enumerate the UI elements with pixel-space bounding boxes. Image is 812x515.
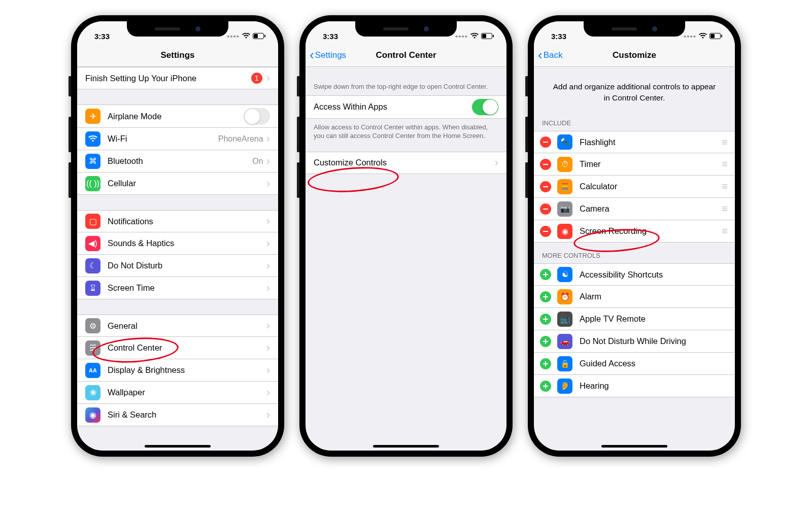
row-notifications[interactable]: ▢ Notifications › (77, 210, 278, 232)
remove-icon[interactable] (540, 159, 551, 170)
siri-icon: ◉ (85, 407, 100, 423)
row-wallpaper[interactable]: ❀ Wallpaper › (77, 382, 278, 404)
toggle-access-apps[interactable] (472, 99, 498, 115)
moon-icon: ☾ (85, 258, 100, 273)
wifi-icon (699, 33, 707, 39)
wifi-icon (470, 33, 479, 39)
drag-handle-icon[interactable]: ≡ (722, 181, 727, 192)
status-time: 3:33 (323, 32, 338, 41)
content-1[interactable]: Finish Setting Up Your iPhone 1 › ✈ Airp… (77, 67, 278, 451)
navbar-customize: ‹ Back Customize (534, 44, 735, 67)
chevron-right-icon: › (266, 155, 270, 168)
timer-icon: ⏱ (557, 157, 572, 172)
status-time: 3:33 (551, 32, 566, 41)
row-label: Guided Access (580, 359, 727, 368)
notch (127, 21, 228, 37)
home-indicator[interactable] (373, 445, 439, 448)
add-icon[interactable] (540, 291, 551, 302)
include-row-flashlight[interactable]: 🔦Flashlight≡ (534, 131, 735, 153)
display-icon: AA (85, 363, 100, 378)
back-label: Settings (315, 50, 346, 60)
battery-icon (253, 33, 266, 39)
chevron-right-icon: › (266, 319, 270, 332)
hint-access: Allow access to Control Center within ap… (306, 119, 506, 145)
cellular-icon: (( )) (85, 176, 100, 191)
more-row-alarm[interactable]: ⏰Alarm (534, 286, 735, 308)
sounds-icon: ◀︎) (85, 236, 100, 251)
row-label: Do Not Disturb While Driving (580, 336, 727, 346)
back-button[interactable]: ‹ Settings (310, 50, 346, 60)
drag-handle-icon[interactable]: ≡ (722, 203, 727, 215)
row-finish-setup[interactable]: Finish Setting Up Your iPhone 1 › (77, 67, 278, 89)
more-row-hearing[interactable]: 👂Hearing (534, 375, 735, 397)
add-icon[interactable] (540, 314, 551, 325)
add-icon[interactable] (540, 336, 551, 347)
screen-3: 3:33 •••• ‹ Back Customize Add and organ… (534, 21, 735, 451)
remove-icon[interactable] (540, 226, 551, 237)
add-icon[interactable] (540, 269, 551, 280)
row-customize-controls[interactable]: Customize Controls › (306, 152, 506, 174)
remove-icon[interactable] (540, 203, 551, 215)
chevron-right-icon: › (266, 408, 270, 422)
svg-rect-1 (254, 34, 258, 38)
row-bluetooth[interactable]: ⌘ Bluetooth On › (77, 150, 278, 173)
row-display[interactable]: AA Display & Brightness › (77, 359, 278, 382)
control-center-icon: ☰ (85, 340, 100, 356)
remove-icon[interactable] (540, 136, 551, 148)
row-cellular[interactable]: (( )) Cellular › (77, 173, 278, 195)
header-more: More Controls (534, 243, 735, 263)
drag-handle-icon[interactable]: ≡ (722, 158, 727, 170)
more-row-guided-access[interactable]: 🔒Guided Access (534, 353, 735, 375)
notch (355, 21, 457, 37)
row-airplane-mode[interactable]: ✈ Airplane Mode (77, 105, 278, 128)
row-general[interactable]: ⚙︎ General › (77, 315, 278, 337)
include-row-timer[interactable]: ⏱Timer≡ (534, 153, 735, 176)
more-row-apple-tv-remote[interactable]: 📺Apple TV Remote (534, 308, 735, 330)
battery-icon (709, 33, 723, 39)
access-icon: ☯ (557, 267, 572, 282)
content-3[interactable]: Add and organize additional controls to … (534, 67, 735, 451)
row-sounds[interactable]: ◀︎) Sounds & Haptics › (77, 232, 278, 255)
header-include: Include (534, 110, 735, 131)
page-title: Control Center (376, 50, 436, 60)
chevron-right-icon: › (266, 386, 270, 399)
screen-1: 3:33 •••• Settings Finish Setting Up You… (77, 21, 278, 451)
row-wifi[interactable]: Wi-Fi PhoneArena › (77, 128, 278, 150)
add-icon[interactable] (540, 358, 551, 369)
drag-handle-icon[interactable]: ≡ (722, 136, 727, 148)
svg-rect-4 (482, 34, 486, 38)
row-dnd[interactable]: ☾ Do Not Disturb › (77, 255, 278, 277)
calc-icon: 🧮 (557, 179, 572, 194)
add-icon[interactable] (540, 381, 551, 392)
navbar-control-center: ‹ Settings Control Center (306, 44, 506, 67)
include-row-camera[interactable]: 📷Camera≡ (534, 198, 735, 220)
iphone-frame-1: 3:33 •••• Settings Finish Setting Up You… (71, 15, 284, 457)
more-row-accessibility-shortcuts[interactable]: ☯Accessibility Shortcuts (534, 263, 735, 286)
back-button[interactable]: ‹ Back (538, 50, 562, 60)
hourglass-icon: ⌛︎ (85, 281, 100, 296)
content-2[interactable]: Swipe down from the top-right edge to op… (306, 67, 506, 451)
include-row-screen-recording[interactable]: ◉Screen Recording≡ (534, 220, 735, 243)
drag-handle-icon[interactable]: ≡ (722, 225, 727, 237)
home-indicator[interactable] (601, 445, 667, 448)
camera-icon: 📷 (557, 201, 572, 217)
row-siri[interactable]: ◉ Siri & Search › (77, 404, 278, 426)
remove-icon[interactable] (540, 181, 551, 192)
page-title: Customize (613, 50, 656, 60)
toggle-airplane[interactable] (244, 108, 270, 124)
row-screentime[interactable]: ⌛︎ Screen Time › (77, 277, 278, 299)
signal-dots-icon: •••• (227, 32, 240, 41)
chevron-right-icon: › (266, 364, 270, 377)
more-row-do-not-disturb-while-driving[interactable]: 🚗Do Not Disturb While Driving (534, 330, 735, 353)
row-label: Flashlight (580, 138, 722, 147)
include-row-calculator[interactable]: 🧮Calculator≡ (534, 176, 735, 198)
home-indicator[interactable] (145, 445, 211, 448)
chevron-right-icon: › (495, 156, 498, 169)
chevron-right-icon: › (266, 341, 270, 355)
chevron-right-icon: › (266, 237, 270, 250)
row-access-within-apps[interactable]: Access Within Apps (306, 95, 506, 119)
row-control-center[interactable]: ☰ Control Center › (77, 337, 278, 359)
car-icon: 🚗 (557, 334, 572, 349)
guided-icon: 🔒 (557, 356, 572, 371)
svg-rect-5 (493, 35, 494, 38)
